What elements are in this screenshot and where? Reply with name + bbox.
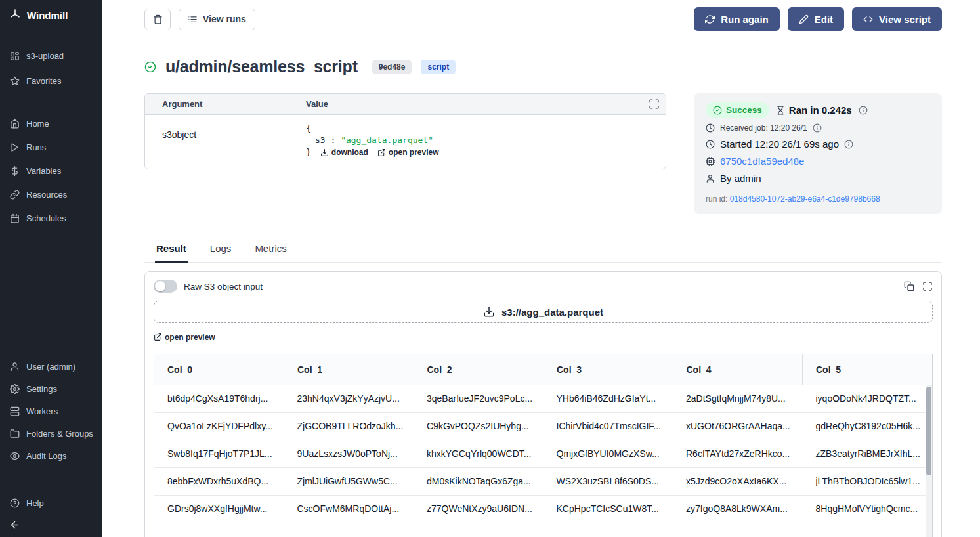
page-title: u/admin/seamless_script xyxy=(165,57,358,76)
title-row: u/admin/seamless_script 9ed48e script xyxy=(144,57,942,76)
table-cell: ZjmlJUiGwfU5GWw5C... xyxy=(284,467,414,495)
table-cell: QmjxGfBYUI0MGzXSw... xyxy=(543,440,673,467)
maximize-icon[interactable] xyxy=(922,281,933,291)
info-icon[interactable] xyxy=(859,106,868,115)
parquet-preview-table: Col_0 Col_1 Col_2 Col_3 Col_4 Col_5 bt6d… xyxy=(154,354,933,537)
column-header[interactable]: Col_5 xyxy=(803,354,933,385)
worker-id-link[interactable]: 6750c1dfa59ed48e xyxy=(720,156,804,167)
open-preview-argument-link[interactable]: open preview xyxy=(377,146,439,158)
info-icon[interactable] xyxy=(844,140,853,149)
arguments-card: Argument Value s3object { s3 : "agg_data… xyxy=(144,93,666,169)
commit-hash-badge: 9ed48e xyxy=(372,60,412,74)
dollar-icon xyxy=(10,166,20,176)
sidebar-item-label: Variables xyxy=(26,166,61,176)
table-row: GDrs0j8wXXgfHgjjMtw... CscOFwM6MRqDOttAj… xyxy=(154,495,932,523)
raw-s3-toggle[interactable] xyxy=(154,280,177,293)
sidebar-item-label: Schedules xyxy=(26,213,66,223)
info-icon[interactable] xyxy=(813,123,822,133)
duration-label: Ran in 0.242s xyxy=(789,104,852,116)
sidebar-item-audit-logs[interactable]: Audit Logs xyxy=(0,444,102,467)
table-cell: iyqoODoNk4JRDQTZT... xyxy=(803,385,933,412)
sidebar-item-runs[interactable]: Runs xyxy=(0,135,102,159)
sidebar-item-variables[interactable]: Variables xyxy=(0,159,102,183)
app-icon xyxy=(10,51,20,61)
tab-logs[interactable]: Logs xyxy=(209,243,233,262)
gear-icon xyxy=(10,384,20,394)
delete-run-button[interactable] xyxy=(144,9,171,30)
sidebar-item-label: Settings xyxy=(26,384,57,394)
table-cell: x5Jzd9cO2oXAxIa6KX... xyxy=(673,467,803,495)
sidebar-item-workers[interactable]: Workers xyxy=(0,400,102,422)
table-cell: CscOFwM6MRqDOttAj... xyxy=(284,495,414,523)
calendar-icon xyxy=(10,213,20,223)
sidebar-item-settings[interactable]: Settings xyxy=(0,377,102,400)
started-text: Started 12:20 26/1 69s ago xyxy=(720,139,839,150)
raw-s3-toggle-label: Raw S3 object input xyxy=(184,282,263,291)
folder-icon xyxy=(10,429,20,439)
run-duration: Ran in 0.242s xyxy=(776,104,852,116)
expand-arguments-button[interactable] xyxy=(649,98,660,112)
workspace-switcher[interactable]: Windmill xyxy=(0,0,102,29)
sidebar-collapse-button[interactable] xyxy=(0,515,102,532)
column-header[interactable]: Col_0 xyxy=(154,354,284,385)
sidebar-spacer xyxy=(0,230,102,355)
sidebar-item-favorites[interactable]: Favorites xyxy=(0,68,102,93)
windmill-logo-icon xyxy=(9,9,21,22)
run-id-link[interactable]: 018d4580-1072-ab29-e6a4-c1de9798b668 xyxy=(730,194,880,204)
sidebar-item-schedules[interactable]: Schedules xyxy=(0,206,102,230)
table-row: bt6dp4CgXsA19T6hdrj... 23hN4qxV3jZkYyAzj… xyxy=(154,385,932,412)
view-runs-button[interactable]: View runs xyxy=(179,9,255,30)
open-preview-result-link[interactable]: open preview xyxy=(154,333,215,342)
view-script-button[interactable]: View script xyxy=(852,7,942,31)
download-label: download xyxy=(331,146,368,158)
table-scrollbar-thumb[interactable] xyxy=(926,387,931,475)
tab-metrics[interactable]: Metrics xyxy=(253,243,288,262)
copy-icon[interactable] xyxy=(904,281,914,291)
table-cell: 3qeBarIueJF2uvc9PoLc... xyxy=(414,385,543,412)
result-panel: Raw S3 object input s3://agg_data.parque… xyxy=(144,271,942,537)
arrow-left-icon xyxy=(9,519,20,530)
cpu-icon xyxy=(706,157,715,166)
table-cell: jLThBTbOBJODIc65lw1... xyxy=(803,467,933,495)
run-again-button[interactable]: Run again xyxy=(694,7,780,31)
download-argument-link[interactable]: download xyxy=(320,146,368,158)
help-icon xyxy=(10,498,20,508)
column-header[interactable]: Col_4 xyxy=(673,354,803,385)
resources-icon xyxy=(10,190,20,200)
toggle-knob xyxy=(155,281,165,291)
json-key: s3 xyxy=(315,135,326,145)
table-cell: dM0sKikNOTaqGx6Zga... xyxy=(414,467,543,495)
sidebar-item-s3-upload[interactable]: s3-upload xyxy=(0,43,102,68)
s3-file-download-button[interactable]: s3://agg_data.parquet xyxy=(154,301,933,323)
sidebar-item-resources[interactable]: Resources xyxy=(0,183,102,206)
sidebar-item-label: Resources xyxy=(26,190,67,200)
sidebar-item-label: Workers xyxy=(26,406,58,416)
table-cell: WS2X3uzSBL8f6S0DS... xyxy=(543,467,673,495)
value-column-header: Value xyxy=(306,99,328,109)
column-header[interactable]: Col_3 xyxy=(543,354,673,385)
column-header[interactable]: Col_2 xyxy=(414,354,543,385)
table-row: 8ebbFxWDxrh5uXdBQ... ZjmlJUiGwfU5GWw5C..… xyxy=(154,467,932,495)
table-scrollbar[interactable] xyxy=(926,385,932,537)
sidebar-item-folders-groups[interactable]: Folders & Groups xyxy=(0,422,102,444)
edit-button[interactable]: Edit xyxy=(788,7,844,31)
table-cell: gdReQhyC8192c05H6k... xyxy=(803,412,933,440)
pencil-icon xyxy=(799,14,809,24)
sidebar-item-home[interactable]: Home xyxy=(0,112,102,135)
sidebar-item-help[interactable]: Help xyxy=(0,490,102,515)
download-icon xyxy=(483,306,495,318)
sidebar-item-user[interactable]: User (admin) xyxy=(0,355,102,377)
column-header[interactable]: Col_1 xyxy=(284,354,414,385)
table-cell: C9kGvPOQZs2IUHyhg... xyxy=(414,412,543,440)
refresh-icon xyxy=(705,14,715,24)
sidebar-item-label: Favorites xyxy=(26,76,61,86)
table-cell: 8ebbFxWDxrh5uXdBQ... xyxy=(154,467,284,495)
table-cell: xUGOt76ORGrAAHaqa... xyxy=(673,412,803,440)
clock-icon xyxy=(706,140,715,149)
tab-result[interactable]: Result xyxy=(155,243,188,263)
table-header-row: Col_0 Col_1 Col_2 Col_3 Col_4 Col_5 xyxy=(154,354,932,385)
table-cell: R6cfTAYtd27xZeRHkco... xyxy=(673,440,803,467)
table-cell: IChirVbid4c07TmscIGIF... xyxy=(543,412,673,440)
status-card: Success Ran in 0.242s Received job: 12:2… xyxy=(694,93,942,214)
json-value: "agg_data.parquet" xyxy=(341,135,433,145)
